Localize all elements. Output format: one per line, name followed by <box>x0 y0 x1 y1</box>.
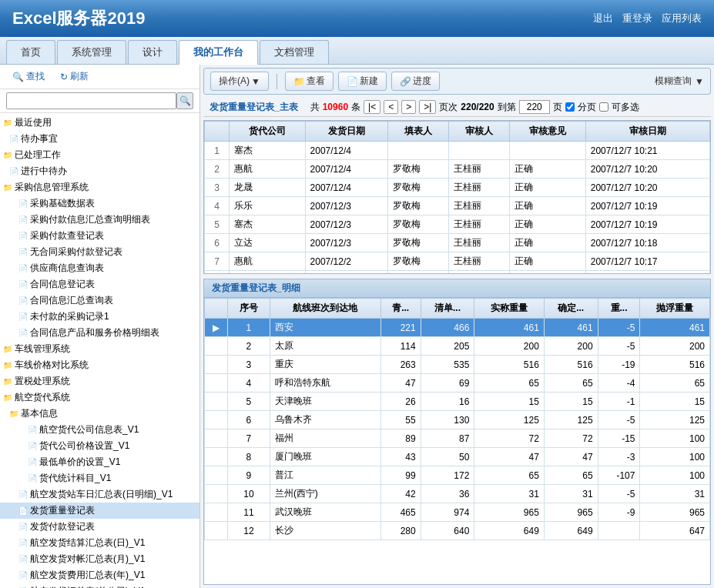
sidebar-item-nocontract[interactable]: 📄无合同采购付款登记表 <box>0 244 199 260</box>
cell-date: 2007/12/4 <box>305 160 387 179</box>
sidebar-item-reglookup[interactable]: 📄采购付款查登记表 <box>0 228 199 244</box>
table-row[interactable]: 3 龙晟 2007/12/4 罗敬梅 王桂丽 正确 2007/12/7 10:2… <box>205 179 710 197</box>
fuzzy-dropdown-icon[interactable]: ▼ <box>695 76 704 87</box>
sidebar-item-airweektotal[interactable]: 📄航空发货对帐汇总表(月)_V1 <box>0 551 199 567</box>
multi-select-checkbox[interactable] <box>599 102 608 112</box>
detail-row[interactable]: 10 兰州(西宁) 42 36 31 31 -5 31 <box>205 485 710 503</box>
sidebar-item-aircompanytotal[interactable]: 📄航空发货汇总表(单公司)_V1 <box>0 583 199 588</box>
table-row[interactable]: 7 惠航 2007/12/2 罗敬梅 王桂丽 正确 2007/12/7 10:1… <box>205 252 710 271</box>
sidebar-item-linecompare[interactable]: 📁车线价格对比系统 <box>0 357 199 373</box>
split-page-checkbox[interactable] <box>565 102 575 112</box>
detail-col-dest[interactable]: 航线班次到达地 <box>270 299 380 319</box>
detail-row[interactable]: ▶ 1 西安 221 466 461 461 -5 461 <box>205 319 710 337</box>
next-page-button[interactable]: > <box>401 100 416 114</box>
detail-row[interactable]: 8 厦门晚班 43 50 47 47 -3 100 <box>205 448 710 466</box>
first-page-button[interactable]: |< <box>364 100 380 114</box>
main-table-title: 发货重量登记表_主表 <box>210 101 298 114</box>
sidebar-item-contractreg[interactable]: 📄合同信息登记表 <box>0 276 199 292</box>
detail-row[interactable]: 7 福州 89 87 72 72 -15 100 <box>205 429 710 448</box>
refresh-button[interactable]: ↻ 刷新 <box>54 68 95 85</box>
cell-company: 惠航 <box>230 252 306 271</box>
sidebar-item-airdailysummary[interactable]: 📄航空发货站车日汇总表(日明细)_V1 <box>0 486 199 503</box>
detail-col-weight[interactable]: 重... <box>598 299 640 319</box>
col-auditdate[interactable]: 审核日期 <box>585 122 709 142</box>
detail-col-seq[interactable]: 序号 <box>228 299 270 319</box>
prev-page-button[interactable]: < <box>384 100 398 114</box>
relogin-link[interactable]: 重登录 <box>622 12 652 25</box>
sidebar-item-airyeartotal[interactable]: 📄航空发货费用汇总表(年)_V1 <box>0 567 199 583</box>
detail-weight: -4 <box>598 374 640 393</box>
fuzzy-query-area: 模糊查询 ▼ <box>655 75 704 88</box>
search-input[interactable] <box>6 92 176 109</box>
table-row[interactable]: 1 塞杰 2007/12/4 2007/12/7 10:21 <box>205 142 710 160</box>
app-list-link[interactable]: 应用列表 <box>662 12 702 25</box>
fuzzy-query-label: 模糊查询 <box>655 75 692 88</box>
sidebar-item-linemgr[interactable]: 📁车线管理系统 <box>0 341 199 357</box>
detail-col-confirm[interactable]: 确定... <box>544 299 598 319</box>
col-date[interactable]: 发货日期 <box>305 122 387 142</box>
sidebar-item-tax[interactable]: 📁置税处理系统 <box>0 373 199 389</box>
detail-col-q1[interactable]: 青... <box>380 299 421 319</box>
detail-confirm: 72 <box>544 429 598 448</box>
detail-row[interactable]: 3 重庆 263 535 516 516 -19 516 <box>205 356 710 374</box>
sidebar-item-air[interactable]: 📁航空货代系统 <box>0 389 199 406</box>
col-auditor[interactable]: 审核人 <box>449 122 510 142</box>
tab-design[interactable]: 设计 <box>128 40 177 64</box>
operate-button[interactable]: 操作(A) ▼ <box>210 72 269 91</box>
new-button[interactable]: 📄 新建 <box>338 72 387 91</box>
detail-row[interactable]: 6 乌鲁木齐 55 130 125 125 -5 125 <box>205 411 710 429</box>
sidebar-item-supplier[interactable]: 📄供应商信息查询表 <box>0 260 199 276</box>
col-opinion[interactable]: 审核意见 <box>510 122 586 142</box>
sidebar-item-contractprod[interactable]: 📄合同信息产品和服务价格明细表 <box>0 325 199 341</box>
sidebar-item-airtaxcode[interactable]: 📄货代统计科目_V1 <box>0 470 199 486</box>
tab-sysadmin[interactable]: 系统管理 <box>57 40 126 64</box>
tab-workbench[interactable]: 我的工作台 <box>179 40 258 65</box>
sidebar-item-airbasic[interactable]: 📁基本信息 <box>0 406 199 422</box>
table-row[interactable]: 2 惠航 2007/12/4 罗敬梅 王桂丽 正确 2007/12/7 10:2… <box>205 160 710 179</box>
detail-row[interactable]: 12 长沙 280 640 649 649 647 <box>205 522 710 540</box>
sidebar-item-airdailytotal[interactable]: 📄航空发货结算汇总表(日)_V1 <box>0 535 199 551</box>
sidebar-item-airminprice[interactable]: 📄最低单价的设置_V1 <box>0 454 199 470</box>
progress-button[interactable]: 🔗 进度 <box>391 72 440 91</box>
table-row[interactable]: 8 塞杰 2007/12/2 罗敬梅 王桂丽 正确 2007/12/7 9:51 <box>205 271 710 275</box>
detail-q2: 130 <box>421 411 474 429</box>
table-row[interactable]: 6 立达 2007/12/3 罗敬梅 王桂丽 正确 2007/12/7 10:1… <box>205 234 710 252</box>
sidebar-item-todo[interactable]: 📄待办事宜 <box>0 131 199 147</box>
table-row[interactable]: 4 乐乐 2007/12/3 罗敬梅 王桂丽 正确 2007/12/7 10:1… <box>205 197 710 215</box>
sidebar-item-processed[interactable]: 📁已处理工作 <box>0 147 199 163</box>
cell-filler: 罗敬梅 <box>387 197 448 215</box>
find-button[interactable]: 🔍 查找 <box>6 68 51 85</box>
detail-row[interactable]: 9 普江 99 172 65 65 -107 100 <box>205 466 710 485</box>
col-company[interactable]: 货代公司 <box>230 122 306 142</box>
detail-col-float[interactable]: 抛浮重量 <box>640 299 710 319</box>
detail-col-q2[interactable]: 清单... <box>421 299 474 319</box>
tab-docmgr[interactable]: 文档管理 <box>260 40 329 64</box>
detail-row[interactable]: 4 呼和浩特东航 47 69 65 65 -4 65 <box>205 374 710 393</box>
sidebar-item-unpaid[interactable]: 📄未付款的采购记录1 <box>0 309 199 325</box>
sidebar-item-basicdata[interactable]: 📄采购基础数据表 <box>0 195 199 212</box>
sidebar-item-airpaymentreg[interactable]: 📄发货付款登记表 <box>0 519 199 535</box>
sidebar-item-recent[interactable]: 📁最近使用 <box>0 115 199 131</box>
search-icon-button[interactable]: 🔍 <box>176 92 193 109</box>
table-row[interactable]: 5 塞杰 2007/12/3 罗敬梅 王桂丽 正确 2007/12/7 10:1… <box>205 215 710 234</box>
detail-row[interactable]: 5 天津晚班 26 16 15 15 -1 15 <box>205 393 710 411</box>
detail-row[interactable]: 2 太原 114 205 200 200 -5 200 <box>205 337 710 356</box>
sidebar-item-airprice[interactable]: 📄货代公司价格设置_V1 <box>0 438 199 454</box>
detail-col-actual[interactable]: 实称重量 <box>474 299 544 319</box>
col-filler[interactable]: 填表人 <box>387 122 448 142</box>
sidebar-item-aircompany[interactable]: 📄航空货代公司信息表_V1 <box>0 422 199 438</box>
detail-row[interactable]: 11 武汉晚班 465 974 965 965 -9 965 <box>205 503 710 522</box>
tab-home[interactable]: 首页 <box>6 40 55 64</box>
cell-date: 2007/12/3 <box>305 234 387 252</box>
last-page-button[interactable]: >| <box>419 100 436 114</box>
logout-link[interactable]: 退出 <box>593 12 613 25</box>
sidebar-item-airshipreg[interactable]: 📄发货重量登记表 <box>0 503 199 519</box>
sidebar-item-contractsum[interactable]: 📄合同信息汇总查询表 <box>0 292 199 309</box>
sidebar-item-summary[interactable]: 📄采购付款信息汇总查询明细表 <box>0 212 199 228</box>
page-input[interactable] <box>519 100 550 114</box>
sidebar-item-inprogress[interactable]: 📄进行中待办 <box>0 163 199 179</box>
view-button[interactable]: 📁 查看 <box>285 72 334 91</box>
cell-date: 2007/12/4 <box>305 179 387 197</box>
cell-auditor: 王桂丽 <box>449 160 510 179</box>
sidebar-item-procurement[interactable]: 📁采购信息管理系统 <box>0 179 199 195</box>
